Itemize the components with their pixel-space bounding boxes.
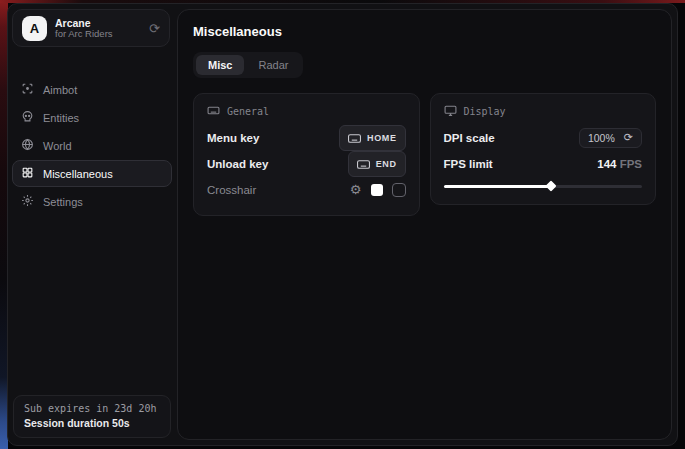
sidebar-item-aimbot[interactable]: Aimbot (12, 76, 172, 103)
menu-key-bind-button[interactable]: HOME (339, 125, 405, 151)
slider-thumb[interactable] (545, 180, 556, 191)
tab-radar[interactable]: Radar (246, 55, 300, 75)
app-title: Arcane (55, 17, 141, 29)
sidebar-item-settings[interactable]: Settings (12, 188, 172, 215)
unload-key-label: Unload key (207, 158, 268, 170)
dpi-scale-value: 100% (588, 132, 615, 144)
skull-icon (21, 110, 34, 125)
globe-icon (21, 138, 34, 153)
sidebar-item-entities[interactable]: Entities (12, 104, 172, 131)
sidebar-item-label: World (43, 140, 72, 152)
slider-fill (444, 185, 551, 188)
avatar: A (22, 16, 47, 41)
fps-limit-row: FPS limit 144 FPS (444, 151, 643, 176)
refresh-icon[interactable]: ⟳ (149, 22, 160, 35)
grid-icon (21, 166, 34, 181)
crosshair-settings-gear-icon[interactable]: ⚙ (350, 183, 362, 196)
menu-key-value: HOME (367, 133, 396, 143)
dpi-scale-label: DPI scale (444, 132, 495, 144)
sidebar: A Arcane for Arc Riders ⟳ Category Aimbo… (8, 4, 176, 445)
session-duration-text: Session duration 50s (24, 417, 160, 429)
gear-icon (21, 194, 34, 209)
tab-bar: Misc Radar (193, 52, 303, 78)
card-title: General (227, 106, 269, 117)
page-title: Miscellaneous (193, 24, 656, 39)
keyboard-icon (357, 155, 370, 173)
monitor-icon (444, 104, 457, 119)
sidebar-item-label: Entities (43, 112, 79, 124)
profile-card: A Arcane for Arc Riders ⟳ (12, 9, 170, 47)
fps-limit-label: FPS limit (444, 158, 493, 170)
sub-expiry-text: Sub expires in 23d 20h (24, 403, 160, 414)
dpi-scale-row: DPI scale 100% ⟳ (444, 125, 643, 150)
subscription-card: Sub expires in 23d 20h Session duration … (13, 395, 171, 438)
unload-key-value: END (376, 159, 397, 169)
menu-key-row: Menu key HOME (207, 125, 406, 150)
crosshair-label: Crosshair (207, 184, 256, 196)
app-window: A Arcane for Arc Riders ⟳ Category Aimbo… (7, 3, 678, 446)
app-subtitle: for Arc Riders (55, 29, 141, 40)
unload-key-bind-button[interactable]: END (348, 151, 406, 177)
unload-key-row: Unload key END (207, 151, 406, 176)
sidebar-item-world[interactable]: World (12, 132, 172, 159)
sidebar-item-label: Miscellaneous (43, 168, 113, 180)
crosshair-color-swatch[interactable] (371, 184, 383, 196)
keyboard-icon (207, 104, 220, 119)
crosshair-enable-checkbox[interactable] (392, 183, 406, 197)
sidebar-nav: Aimbot Entities World Miscellaneous Sett… (12, 76, 172, 216)
crosshair-row: Crosshair ⚙ (207, 177, 406, 202)
main-panel: Miscellaneous Misc Radar General Menu ke… (177, 9, 672, 440)
display-card: Display DPI scale 100% ⟳ FPS limit 144 F… (430, 93, 657, 205)
fps-limit-unit: FPS (620, 158, 642, 170)
tab-misc[interactable]: Misc (196, 55, 244, 75)
menu-key-label: Menu key (207, 132, 259, 144)
fps-limit-slider[interactable] (444, 181, 643, 191)
crosshair-scan-icon (21, 82, 34, 97)
sidebar-item-label: Settings (43, 196, 83, 208)
card-title: Display (464, 106, 506, 117)
reset-refresh-icon[interactable]: ⟳ (624, 132, 633, 143)
sidebar-item-label: Aimbot (43, 84, 77, 96)
dpi-scale-control[interactable]: 100% ⟳ (579, 128, 642, 148)
fps-limit-value: 144 (597, 158, 616, 170)
general-card: General Menu key HOME Unload key END (193, 93, 420, 216)
keyboard-icon (348, 129, 361, 147)
sidebar-item-miscellaneous[interactable]: Miscellaneous (12, 160, 172, 187)
